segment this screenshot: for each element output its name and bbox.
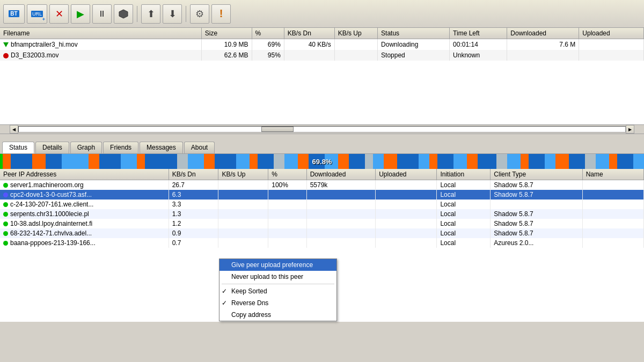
col-kbsup[interactable]: KB/s Up: [334, 28, 377, 39]
cell-status: Stopped: [378, 50, 450, 61]
cell-peer-name: [582, 219, 643, 228]
hscroll-left-btn[interactable]: ◀: [10, 125, 18, 134]
col-size[interactable]: Size: [201, 28, 252, 39]
hscroll-track[interactable]: [18, 126, 626, 132]
cell-peer-kbsdn: 26.7: [169, 180, 218, 190]
add-torrent-button[interactable]: BT: [3, 4, 25, 24]
col-uploaded[interactable]: Uploaded: [579, 28, 644, 39]
cell-peer-percent: [268, 219, 306, 228]
remove-button[interactable]: ✕: [49, 4, 69, 24]
file-table: Filename Size % KB/s Dn KB/s Up Status T…: [0, 28, 644, 61]
tab-status[interactable]: Status: [2, 142, 34, 153]
cell-peer-percent: [268, 200, 306, 209]
cell-percent: 95%: [252, 50, 284, 61]
separator-1: [137, 6, 137, 22]
cell-peer-uploaded: [376, 209, 437, 219]
cell-peer-percent: [268, 228, 306, 238]
cell-kbsdn: [284, 50, 334, 61]
stop-button[interactable]: [114, 4, 133, 24]
peers-col-name[interactable]: Name: [582, 169, 643, 180]
cell-peer-uploaded: [376, 180, 437, 190]
cell-peer-name: [582, 190, 643, 200]
tab-messages[interactable]: Messages: [140, 142, 183, 153]
peers-table-row[interactable]: baana-pppoes-213-139-166... 0.7 Local Az…: [0, 238, 644, 248]
add-url-button[interactable]: URL +: [27, 4, 47, 24]
cell-peer-kbsdn: 3.3: [169, 200, 218, 209]
cell-peer-ip: 68-232-142-71.chvlva.adel...: [0, 228, 169, 238]
settings-button[interactable]: ⚙: [190, 4, 209, 24]
cell-peer-ip: serpents.chr31.1000lecie.pl: [0, 209, 169, 219]
file-table-row[interactable]: D3_E32003.mov 62.6 MB 95% Stopped Unknow…: [0, 50, 644, 61]
start-button[interactable]: ▶: [71, 4, 90, 24]
cell-filename: bfnampctrailer3_hi.mov: [0, 39, 201, 50]
cell-peer-kbsdn: 6.3: [169, 190, 218, 200]
cell-peer-clienttype: [491, 200, 582, 209]
cell-peer-initiation: Local: [437, 228, 491, 238]
peers-col-initiation[interactable]: Initiation: [437, 169, 491, 180]
tab-about[interactable]: About: [184, 142, 215, 153]
cell-peer-kbsup: [218, 219, 268, 228]
cell-kbsup: [334, 39, 377, 50]
col-downloaded[interactable]: Downloaded: [507, 28, 579, 39]
pause-button[interactable]: ⏸: [92, 4, 112, 24]
cell-peer-kbsup: [218, 228, 268, 238]
peers-col-clienttype[interactable]: Client Type: [491, 169, 582, 180]
cell-peer-uploaded: [376, 228, 437, 238]
peers-table-header: Peer IP Addresses KB/s Dn KB/s Up % Down…: [0, 169, 644, 180]
cell-peer-kbsdn: 1.2: [169, 219, 218, 228]
peers-table-row[interactable]: 68-232-142-71.chvlva.adel... 0.9 Local S…: [0, 228, 644, 238]
context-menu-item[interactable]: Copy address: [219, 309, 336, 321]
peer-green-dot: [3, 221, 8, 226]
cell-timeleft: 00:01:14: [450, 39, 507, 50]
tab-friends[interactable]: Friends: [103, 142, 138, 153]
main-container: BT URL + ✕ ▶ ⏸ ⬆ ⬇ ⚙ ! Filename Size: [0, 0, 644, 362]
file-list-area: Filename Size % KB/s Dn KB/s Up Status T…: [0, 28, 644, 139]
peers-table-row[interactable]: c-24-130-207-161.we.client... 3.3 Local: [0, 200, 644, 209]
peers-table-row[interactable]: cpc2-dove1-3-0-cust73.asf... 6.3 Local S…: [0, 190, 644, 200]
cell-peer-percent: [268, 209, 306, 219]
col-percent[interactable]: %: [252, 28, 284, 39]
cell-peer-ip: cpc2-dove1-3-0-cust73.asf...: [0, 190, 169, 200]
tab-details[interactable]: Details: [35, 142, 69, 153]
col-timeleft[interactable]: Time Left: [450, 28, 507, 39]
col-status[interactable]: Status: [378, 28, 450, 39]
progress-label: 69.8%: [312, 158, 332, 166]
hscroll-thumb[interactable]: [261, 127, 294, 132]
cell-peer-downloaded: [306, 200, 376, 209]
toolbar: BT URL + ✕ ▶ ⏸ ⬆ ⬇ ⚙ !: [0, 0, 644, 28]
up-button[interactable]: ⬆: [141, 4, 160, 24]
peers-table-row[interactable]: server1.machineroom.org 26.7 100% 5579k …: [0, 180, 644, 190]
cell-peer-kbsup: [218, 209, 268, 219]
peers-table-row[interactable]: 10-38.adsl.lpoy.dnainternet.fi 1.2 Local…: [0, 219, 644, 228]
cell-kbsup: [334, 50, 377, 61]
cell-size: 10.9 MB: [201, 39, 252, 50]
context-menu-item[interactable]: Give peer upload preference: [219, 259, 336, 271]
cell-peer-uploaded: [376, 238, 437, 248]
col-kbsdn[interactable]: KB/s Dn: [284, 28, 334, 39]
context-menu-item[interactable]: ✓Reverse Dns: [219, 297, 336, 309]
cell-peer-ip: baana-pppoes-213-139-166...: [0, 238, 169, 248]
cell-peer-kbsdn: 0.9: [169, 228, 218, 238]
alert-button[interactable]: !: [211, 4, 231, 24]
peer-green-dot: [3, 231, 8, 236]
peers-col-percent[interactable]: %: [268, 169, 306, 180]
peers-col-downloaded[interactable]: Downloaded: [306, 169, 376, 180]
cell-peer-clienttype: Shadow 5.8.7: [491, 209, 582, 219]
peers-col-kbsdn[interactable]: KB/s Dn: [169, 169, 218, 180]
context-menu-item[interactable]: ✓Keep Sorted: [219, 285, 336, 297]
peers-col-kbsup[interactable]: KB/s Up: [218, 169, 268, 180]
cell-uploaded: [579, 39, 644, 50]
hscroll-area: ◀ ▶: [0, 124, 644, 134]
hscroll-right-btn[interactable]: ▶: [626, 125, 634, 134]
cell-uploaded: [579, 50, 644, 61]
peers-col-ip[interactable]: Peer IP Addresses: [0, 169, 169, 180]
context-menu-item[interactable]: Never upload to this peer: [219, 271, 336, 283]
peers-table-row[interactable]: serpents.chr31.1000lecie.pl 1.3 Local Sh…: [0, 209, 644, 219]
cell-peer-name: [582, 200, 643, 209]
file-table-row[interactable]: bfnampctrailer3_hi.mov 10.9 MB 69% 40 KB…: [0, 39, 644, 50]
peers-col-uploaded[interactable]: Uploaded: [376, 169, 437, 180]
cell-peer-ip: 10-38.adsl.lpoy.dnainternet.fi: [0, 219, 169, 228]
down-button[interactable]: ⬇: [163, 4, 182, 24]
col-filename[interactable]: Filename: [0, 28, 201, 39]
tab-graph[interactable]: Graph: [70, 142, 102, 153]
